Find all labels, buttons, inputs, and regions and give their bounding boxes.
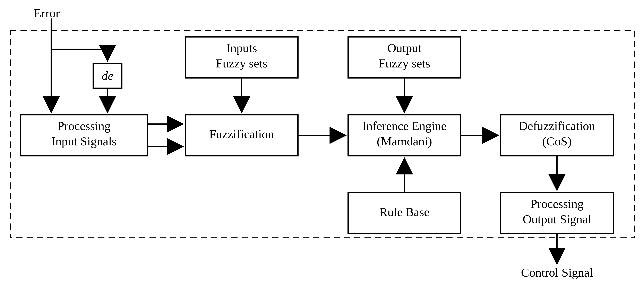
defuzz-line1: Defuzzification [519,119,595,133]
proc-out-line1: Processing [530,197,584,211]
rule-base-label: Rule Base [380,205,430,219]
inference-line1: Inference Engine [362,119,446,133]
defuzz-line2: (CoS) [542,135,572,148]
fuzzy-controller-diagram: Error de Processing Input Signals Inputs… [0,0,644,285]
output-fuzzy-line2: Fuzzy sets [378,57,430,70]
error-label: Error [34,6,60,20]
fuzzification-label: Fuzzification [209,127,274,141]
processing-input-line1: Processing [57,119,110,133]
inference-line2: (Mamdani) [377,135,432,148]
inputs-fuzzy-line1: Inputs [226,41,257,55]
de-label: de [102,69,114,82]
proc-out-line2: Output Signal [522,212,591,226]
inputs-fuzzy-line2: Fuzzy sets [216,57,268,70]
control-signal-label: Control Signal [521,266,593,279]
processing-input-line2: Input Signals [52,135,116,148]
output-fuzzy-line1: Output [388,41,422,55]
arrow-error-to-de [51,49,108,61]
